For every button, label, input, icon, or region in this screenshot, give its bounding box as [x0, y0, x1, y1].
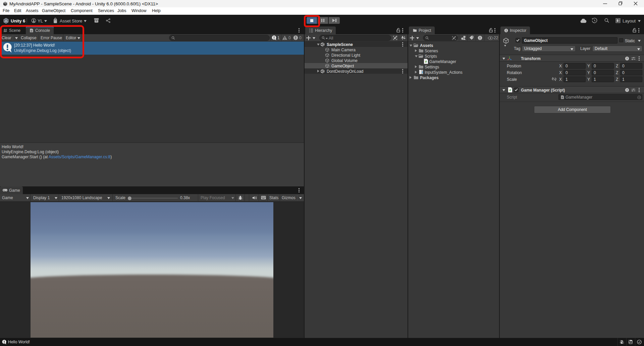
- svg-text:#: #: [562, 96, 563, 98]
- svg-text:?: ?: [626, 57, 628, 60]
- svg-text:?: ?: [626, 89, 628, 92]
